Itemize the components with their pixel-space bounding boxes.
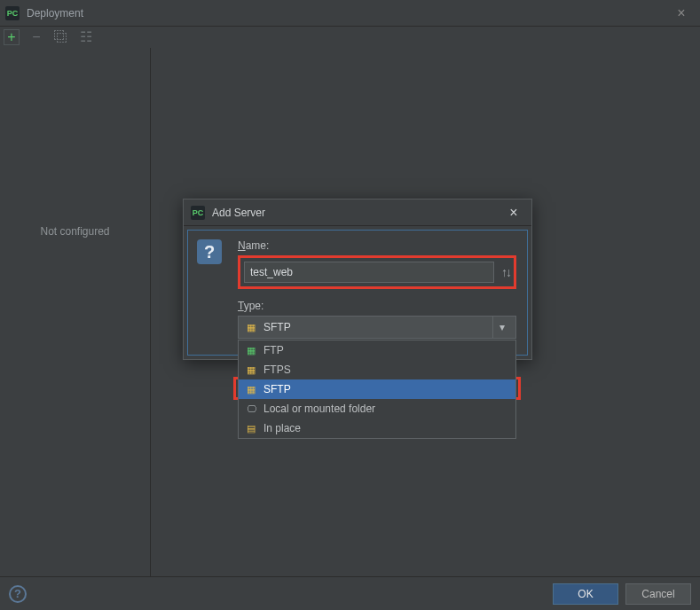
dialog-body: ? Name: ↑↓ Type: ▦ SFTP ▾ ▦FTP▦FTPS▦SFTP… (187, 230, 528, 356)
type-selected-value: SFTP (263, 321, 291, 333)
in-place-icon: ▤ (244, 421, 258, 435)
type-option-label: FTPS (263, 364, 291, 376)
copy-button[interactable]: ⿻ (53, 29, 69, 45)
name-input[interactable] (244, 262, 494, 283)
type-label: Type: (238, 300, 516, 312)
type-combobox[interactable]: ▦ SFTP ▾ ▦FTP▦FTPS▦SFTP🖵Local or mounted… (238, 316, 516, 339)
window-close-button[interactable]: × (668, 5, 695, 21)
window-titlebar: PC Deployment × (0, 0, 700, 27)
add-server-dialog: PC Add Server × ? Name: ↑↓ Type: ▦ SFTP … (183, 199, 532, 360)
type-option-sftp[interactable]: ▦SFTP (239, 379, 515, 399)
sidebar-empty-label: Not configured (40, 225, 109, 238)
dialog-titlebar: PC Add Server × (184, 199, 531, 226)
sftp-icon: ▦ (244, 382, 258, 396)
dialog-close-button[interactable]: × (503, 205, 524, 221)
type-option-ftp[interactable]: ▦FTP (239, 340, 515, 360)
type-option-in-place[interactable]: ▤In place (239, 418, 515, 438)
ftps-icon: ▦ (244, 363, 258, 377)
bottom-bar: ? OK Cancel (0, 576, 700, 610)
name-field-highlight: ↑↓ (238, 255, 516, 289)
type-option-label: Local or mounted folder (263, 403, 375, 415)
type-option-label: FTP (263, 344, 284, 356)
paste-button[interactable]: ☷ (78, 29, 94, 45)
cancel-button[interactable]: Cancel (625, 583, 691, 605)
dialog-title: Add Server (212, 207, 265, 219)
help-button[interactable]: ? (9, 585, 27, 603)
chevron-down-icon[interactable]: ▾ (492, 317, 510, 338)
app-icon: PC (5, 6, 20, 20)
toolbar: + − ⿻ ☷ (0, 27, 700, 48)
type-option-label: SFTP (263, 383, 291, 395)
ftp-icon: ▦ (244, 343, 258, 357)
type-dropdown: ▦FTP▦FTPS▦SFTP🖵Local or mounted folder▤I… (238, 340, 516, 439)
type-combobox-display[interactable]: ▦ SFTP ▾ (238, 316, 516, 339)
sort-icon[interactable]: ↑↓ (501, 265, 510, 279)
remove-button[interactable]: − (28, 29, 44, 45)
type-option-ftps[interactable]: ▦FTPS (239, 360, 515, 379)
type-option-label: In place (263, 422, 301, 434)
local-or-mounted-folder-icon: 🖵 (244, 402, 258, 416)
add-button[interactable]: + (4, 29, 20, 45)
server-list-sidebar: Not configured (0, 48, 151, 576)
question-icon: ? (197, 239, 222, 264)
ok-button[interactable]: OK (553, 583, 618, 605)
window-title: Deployment (27, 7, 83, 20)
name-label: Name: (238, 239, 516, 252)
dialog-app-icon: PC (191, 206, 205, 220)
type-option-local-or-mounted-folder[interactable]: 🖵Local or mounted folder (239, 399, 515, 418)
sftp-icon: ▦ (244, 320, 258, 334)
